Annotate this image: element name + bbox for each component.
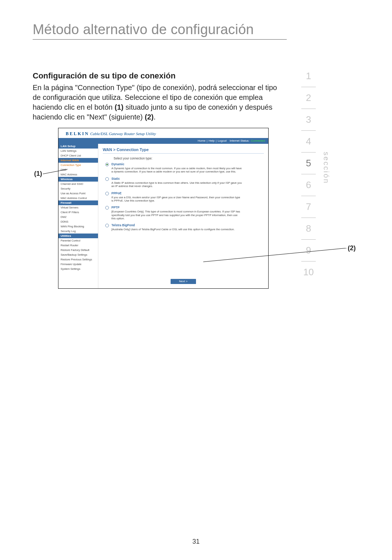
body-paragraph: En la página "Connection Type" (tipo de … <box>33 83 287 122</box>
sidebar-item[interactable]: WAN Ping Blocking <box>58 224 98 229</box>
section-tab-num: 5 <box>306 153 311 174</box>
callout-2-label: (2) <box>348 244 356 252</box>
section-tab-4[interactable]: 4 <box>301 131 316 153</box>
connection-option: PPTP[European Countries Only]. This type… <box>103 206 264 222</box>
option-desc: If you use a DSL modem and/or your ISP g… <box>111 196 242 203</box>
sidebar-item[interactable]: Firmware Update <box>58 262 98 267</box>
sidebar-heading: LAN Setup <box>58 144 98 149</box>
sidebar-heading: Wireless <box>58 177 98 182</box>
panel-rule <box>103 153 264 154</box>
sidebar-heading: Utilities <box>58 234 98 238</box>
callout-ref-1: (1) <box>115 103 123 111</box>
router-brand-sub: Cable/DSL Gateway Router Setup Utility <box>90 131 156 136</box>
sidebar-item[interactable]: System Settings <box>58 267 98 271</box>
radio-dynamic[interactable] <box>105 163 109 166</box>
callout-1-label: (1) <box>34 170 42 178</box>
radio-telstra bigpond[interactable] <box>105 224 109 227</box>
sidebar-item[interactable]: DHCP Client List <box>58 153 98 158</box>
section-tab-num: 8 <box>306 218 311 239</box>
sidebar-item[interactable]: Use as Access Point <box>58 191 98 196</box>
radio-pppoe[interactable] <box>105 192 109 195</box>
connection-option: Telstra BigPond[Australia Only] Users of… <box>103 223 264 233</box>
page-number: 31 <box>192 538 200 545</box>
section-tab-9[interactable]: 9 <box>301 240 316 261</box>
sidebar-heading: Internet WAN <box>58 158 98 163</box>
option-title: Dynamic <box>111 162 264 166</box>
select-connection-label: Select your connection type: <box>114 157 264 160</box>
option-title: Static <box>111 177 264 180</box>
section-tab-6[interactable]: 6 <box>301 174 316 196</box>
title-rule <box>33 39 287 40</box>
radio-static[interactable] <box>105 177 109 181</box>
page-title: Método alternativo de configuración <box>33 22 254 37</box>
body-text-c: . <box>154 113 156 121</box>
breadcrumb: WAN > Connection Type <box>103 147 264 152</box>
sidebar-item[interactable]: Restore Factory Default <box>58 248 98 252</box>
sidebar-item[interactable]: Save/Backup Settings <box>58 252 98 257</box>
connection-option: DynamicA Dynamic type of connection is t… <box>103 162 264 176</box>
section-tab-num: 6 <box>306 174 311 195</box>
option-desc: [European Countries Only]. This type of … <box>111 210 242 220</box>
option-desc: [Australia Only] Users of Telstra BigPon… <box>111 228 242 231</box>
router-brand-header: BELKIN Cable/DSL Gateway Router Setup Ut… <box>58 128 268 138</box>
sidebar-item[interactable]: Restore Previous Settings <box>58 257 98 262</box>
radio-pptp[interactable] <box>105 206 109 210</box>
section-tab-1[interactable]: 1 <box>301 65 316 87</box>
section-tab-num: 10 <box>303 261 314 283</box>
connection-option: StaticA Static IP address connection typ… <box>103 177 264 190</box>
topbar-help[interactable]: Help <box>209 139 215 142</box>
section-tab-10[interactable]: 10 <box>301 261 316 283</box>
section-tab-5[interactable]: 5 <box>301 153 316 174</box>
seccion-label: sección <box>322 152 330 184</box>
next-button[interactable]: Next > <box>171 279 196 284</box>
sidebar-item[interactable]: Connection Type <box>58 163 98 167</box>
sidebar-item[interactable]: Restart Router <box>58 243 98 248</box>
router-topbar: Home | Help | Logout Internet Status: Co… <box>58 138 268 144</box>
topbar-status-value: Connected <box>251 139 265 142</box>
sidebar-item[interactable]: DMZ <box>58 215 98 219</box>
sidebar-item[interactable]: Security Log <box>58 229 98 234</box>
section-tab-7[interactable]: 7 <box>301 196 316 218</box>
option-title: PPTP <box>111 206 264 209</box>
sidebar-item[interactable]: DDNS <box>58 219 98 224</box>
option-desc: A Dynamic type of connection is the most… <box>111 167 242 174</box>
router-brand: BELKIN <box>66 131 89 136</box>
router-sidebar: LAN SetupLAN SettingsDHCP Client ListInt… <box>58 144 98 288</box>
section-tab-3[interactable]: 3 <box>301 109 316 131</box>
section-tab-num: 2 <box>306 87 311 108</box>
sidebar-item[interactable]: Parental Control <box>58 238 98 243</box>
callout-ref-2: (2) <box>145 113 154 121</box>
section-heading: Configuración de su tipo de conexión <box>33 71 176 81</box>
section-tab-8[interactable]: 8 <box>301 218 316 240</box>
sidebar-item[interactable]: Client IP Filters <box>58 210 98 215</box>
sidebar-heading: Firewall <box>58 200 98 205</box>
section-tab-2[interactable]: 2 <box>301 87 316 109</box>
option-title: Telstra BigPond <box>111 223 264 227</box>
topbar-status-label: Internet Status: <box>230 139 249 142</box>
section-tab-num: 3 <box>306 109 311 130</box>
sidebar-item[interactable]: Security <box>58 186 98 191</box>
router-ui-screenshot: BELKIN Cable/DSL Gateway Router Setup Ut… <box>58 128 269 289</box>
sidebar-item[interactable]: Channel and SSID <box>58 182 98 186</box>
section-tabs: 12345678910 <box>301 65 316 283</box>
sidebar-item[interactable]: Virtual Servers <box>58 205 98 210</box>
sidebar-item[interactable]: MAC Address Control <box>58 196 98 200</box>
sidebar-item[interactable]: LAN Settings <box>58 149 98 153</box>
sidebar-item[interactable]: MAC Address <box>58 172 98 177</box>
section-tab-num: 1 <box>306 65 311 86</box>
option-title: PPPoE <box>111 191 264 195</box>
topbar-logout[interactable]: Logout <box>218 139 226 142</box>
router-main-panel: WAN > Connection Type Select your connec… <box>98 144 268 288</box>
sidebar-item[interactable]: DNS <box>58 167 98 172</box>
section-tab-num: 7 <box>306 196 311 217</box>
topbar-home[interactable]: Home <box>198 139 205 142</box>
option-desc: A Static IP address connection type is l… <box>111 181 242 188</box>
section-tab-num: 9 <box>306 240 311 261</box>
connection-option: PPPoEIf you use a DSL modem and/or your … <box>103 191 264 205</box>
section-tab-num: 4 <box>306 131 311 152</box>
